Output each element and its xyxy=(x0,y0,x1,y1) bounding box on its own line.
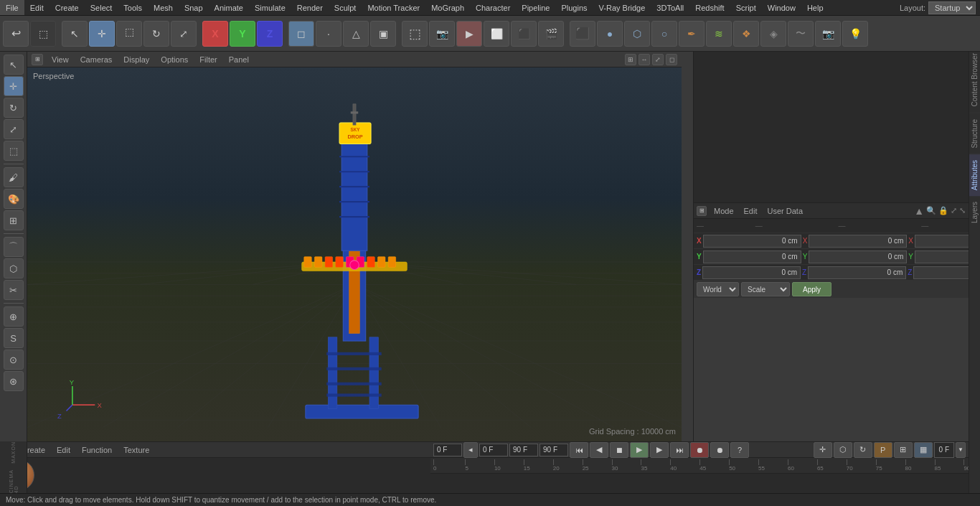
menu-animate[interactable]: Animate xyxy=(209,0,249,15)
apply-button[interactable]: Apply xyxy=(792,282,831,296)
mat-texture-menu[interactable]: Texture xyxy=(121,446,152,454)
attr-arrow-icon[interactable]: ▲ xyxy=(914,205,924,217)
poly-mode-button[interactable]: ▣ xyxy=(370,21,396,47)
frame-dropdown-btn[interactable]: ▼ xyxy=(956,442,966,458)
rot-z-input[interactable] xyxy=(808,266,906,279)
shape-bool-button[interactable]: ◈ xyxy=(760,21,786,47)
transform-tool-button[interactable]: ⤢ xyxy=(171,21,197,47)
frame-decrement-btn[interactable]: ◂ xyxy=(463,442,478,458)
render-region-button[interactable]: ⬜ xyxy=(484,21,509,47)
menu-character[interactable]: Character xyxy=(470,0,516,15)
menu-mograph[interactable]: MoGraph xyxy=(425,0,470,15)
rot-y-input[interactable] xyxy=(809,250,907,263)
extra-sidebar-btn[interactable]: ⊙ xyxy=(4,350,24,370)
play-next-btn[interactable]: ▶ xyxy=(650,442,669,458)
shape-cylinder-button[interactable]: ⬡ xyxy=(624,21,650,47)
tab-layers[interactable]: Layers xyxy=(969,196,980,229)
tl-scale-btn[interactable]: ⬡ xyxy=(834,442,852,458)
frame-end2-input[interactable] xyxy=(540,444,568,456)
menu-redshift[interactable]: Redshift xyxy=(689,0,730,15)
render-active-button[interactable]: ⬛ xyxy=(511,21,537,47)
tl-record-btn[interactable]: P xyxy=(874,442,892,458)
vp-ctrl-2[interactable]: ↔ xyxy=(639,54,650,65)
play-record-btn[interactable]: ⏺ xyxy=(690,442,709,458)
redo-button[interactable]: ⬚ xyxy=(30,21,56,47)
grid-sidebar-btn[interactable]: ⊞ xyxy=(4,210,24,230)
timeline-track[interactable] xyxy=(430,474,969,493)
object-mode-button[interactable]: ◻ xyxy=(288,21,314,47)
menu-file[interactable]: File xyxy=(0,0,24,15)
vp-view-menu[interactable]: View xyxy=(49,55,72,64)
vp-panel-menu[interactable]: Panel xyxy=(226,55,252,64)
shape-cam-button[interactable]: 📷 xyxy=(815,21,841,47)
play-last-btn[interactable]: ⏭ xyxy=(670,442,689,458)
tl-rotate-btn[interactable]: ↻ xyxy=(854,442,872,458)
tab-content-browser[interactable]: Content Browser xyxy=(969,47,980,112)
vp-options-menu[interactable]: Options xyxy=(158,55,191,64)
mat-edit-menu[interactable]: Edit xyxy=(54,446,73,454)
menu-help[interactable]: Help xyxy=(801,0,829,15)
move-sidebar-btn[interactable]: ✛ xyxy=(4,76,24,96)
bend-sidebar-btn[interactable]: ⌒ xyxy=(4,237,24,257)
shape-spline-button[interactable]: 〜 xyxy=(788,21,814,47)
tab-structure[interactable]: Structure xyxy=(969,113,980,154)
point-mode-button[interactable]: · xyxy=(316,21,341,47)
menu-snap[interactable]: Snap xyxy=(179,0,209,15)
transform-sidebar-btn[interactable]: ⬚ xyxy=(4,141,24,161)
pos-y-input[interactable] xyxy=(703,250,801,263)
spline-sidebar-btn[interactable]: S xyxy=(4,328,24,348)
viewport-menu-icon[interactable]: ⊞ xyxy=(32,54,43,65)
axis-z-button[interactable]: Z xyxy=(257,21,283,47)
menu-sculpt[interactable]: Sculpt xyxy=(329,0,362,15)
menu-vray[interactable]: V-Ray Bridge xyxy=(593,0,651,15)
camera-button[interactable]: 📷 xyxy=(429,21,455,47)
menu-render[interactable]: Render xyxy=(291,0,329,15)
mat-function-menu[interactable]: Function xyxy=(79,446,115,454)
play-info-btn[interactable]: ? xyxy=(730,442,749,458)
select-sidebar-btn[interactable]: ↖ xyxy=(4,55,24,75)
vp-cameras-menu[interactable]: Cameras xyxy=(77,55,116,64)
tl-grid-btn[interactable]: ⊞ xyxy=(894,442,913,458)
extrude-sidebar-btn[interactable]: ⬡ xyxy=(4,258,24,278)
menu-create[interactable]: Create xyxy=(50,0,85,15)
vp-filter-menu[interactable]: Filter xyxy=(197,55,220,64)
knife-sidebar-btn[interactable]: ✂ xyxy=(4,280,24,300)
menu-script[interactable]: Script xyxy=(730,0,762,15)
scale-sidebar-btn[interactable]: ⤢ xyxy=(4,119,24,139)
scale-tool-button[interactable]: ⬚ xyxy=(116,21,142,47)
frame-start-input[interactable] xyxy=(433,444,462,456)
play-first-btn[interactable]: ⏮ xyxy=(570,442,588,458)
play-prev-btn[interactable]: ◀ xyxy=(590,442,608,458)
magnet-sidebar-btn[interactable]: ⊕ xyxy=(4,306,24,327)
play-forward-btn[interactable]: ▶ xyxy=(630,442,649,458)
tab-attributes[interactable]: Attributes xyxy=(969,154,980,196)
menu-mesh[interactable]: Mesh xyxy=(148,0,179,15)
menu-pipeline[interactable]: Pipeline xyxy=(516,0,555,15)
cube-view-button[interactable]: ⬚ xyxy=(402,21,428,47)
shape-array-button[interactable]: ❖ xyxy=(733,21,759,47)
select-tool-button[interactable]: ↖ xyxy=(62,21,88,47)
attr-edit-menu[interactable]: Edit xyxy=(741,207,760,215)
rot-x-input[interactable] xyxy=(809,235,907,248)
render-to-picture-button[interactable]: 🎬 xyxy=(538,21,564,47)
shape-light-button[interactable]: 💡 xyxy=(842,21,868,47)
frame-end-input[interactable] xyxy=(509,444,538,456)
attr-expand-icon[interactable]: ⤢ xyxy=(951,206,957,215)
render-button[interactable]: ▶ xyxy=(456,21,482,47)
axis-x-button[interactable]: X xyxy=(202,21,228,47)
pos-z-input[interactable] xyxy=(702,266,801,279)
pos-x-input[interactable] xyxy=(703,235,801,248)
transform-type-select[interactable]: Scale Position Rotation xyxy=(741,282,790,296)
rotate-sidebar-btn[interactable]: ↻ xyxy=(4,98,24,118)
tl-render-btn[interactable]: ▦ xyxy=(914,442,933,458)
menu-select[interactable]: Select xyxy=(85,0,118,15)
paint-sidebar-btn[interactable]: 🎨 xyxy=(4,189,24,209)
shape-cube-button[interactable]: ⬛ xyxy=(570,21,595,47)
axis-y-button[interactable]: Y xyxy=(230,21,255,47)
frame-current-input[interactable] xyxy=(479,444,508,456)
extra2-sidebar-btn[interactable]: ⊛ xyxy=(4,371,24,391)
move-tool-button[interactable]: ✛ xyxy=(89,21,115,47)
play-stop-btn[interactable]: ⏹ xyxy=(610,442,628,458)
vp-ctrl-3[interactable]: ⤢ xyxy=(652,54,664,65)
world-space-select[interactable]: World Object xyxy=(697,282,739,296)
